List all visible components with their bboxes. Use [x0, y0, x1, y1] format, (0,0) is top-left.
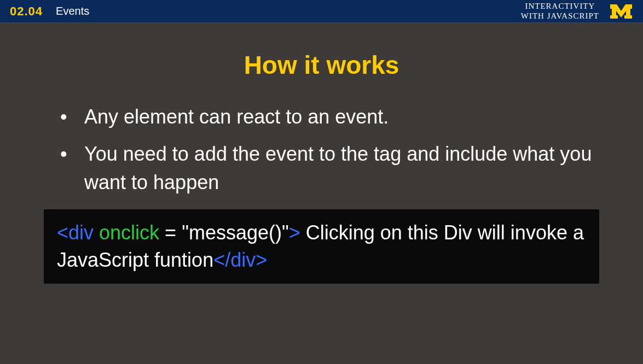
header-left: 02.04 Events — [10, 4, 89, 19]
code-open-tag: <div — [57, 221, 94, 244]
code-attribute: onclick — [94, 221, 159, 244]
slide-header: 02.04 Events INTERACTIVITY WITH JAVASCRI… — [0, 0, 643, 23]
bullet-list: Any element can react to an event. You n… — [44, 103, 599, 197]
course-title-line2: WITH JAVASCRIPT — [521, 11, 599, 21]
header-right: INTERACTIVITY WITH JAVASCRIPT — [521, 2, 633, 21]
code-close-tag: </div> — [213, 249, 267, 271]
slide-content: How it works Any element can react to an… — [0, 23, 643, 284]
course-title-line1: INTERACTIVITY — [521, 2, 599, 11]
code-equals: = — [159, 221, 182, 244]
bullet-item: You need to add the event to the tag and… — [60, 140, 599, 197]
bullet-item: Any element can react to an event. — [60, 103, 599, 131]
lesson-title: Events — [56, 5, 89, 17]
lesson-number: 02.04 — [10, 4, 43, 19]
code-close-open: > — [289, 221, 300, 244]
slide-title: How it works — [44, 50, 599, 80]
code-example: <div onclick = "message()"> Clicking on … — [44, 209, 599, 284]
code-string: "message()" — [182, 221, 289, 244]
course-title: INTERACTIVITY WITH JAVASCRIPT — [521, 2, 599, 21]
michigan-logo-icon — [609, 3, 633, 20]
